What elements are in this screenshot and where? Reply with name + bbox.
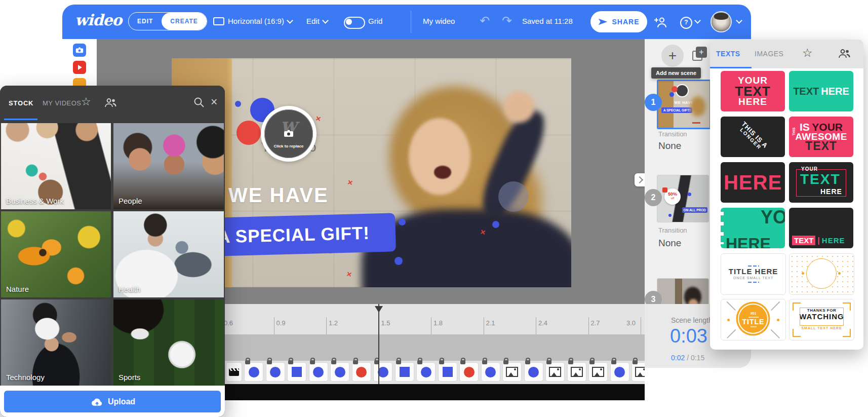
scene-thumbnail-1[interactable]: WE HAVE A SPECIAL GIFT!: [657, 80, 711, 129]
timeline-element-red[interactable]: [460, 363, 478, 381]
logo-placeholder[interactable]: w Click to replace: [261, 106, 317, 162]
timeline-element-circle[interactable]: [309, 363, 328, 381]
tab-texts[interactable]: TEXTS: [716, 50, 740, 58]
lock-icon[interactable]: [417, 360, 422, 364]
upload-button[interactable]: Upload: [4, 391, 221, 412]
lock-icon[interactable]: [568, 360, 573, 364]
text-template-tile[interactable]: YOUR TEXT HERE: [789, 162, 853, 203]
tab-stock[interactable]: STOCK: [9, 99, 33, 107]
project-title[interactable]: My wideo: [423, 17, 455, 25]
grid-toggle[interactable]: [344, 17, 365, 29]
shared-people-icon[interactable]: [838, 49, 851, 59]
lock-icon[interactable]: [482, 360, 487, 364]
timeline-element-circle[interactable]: [482, 363, 500, 381]
stock-category-business[interactable]: Business & Work: [1, 123, 111, 209]
timeline-element-circle[interactable]: [331, 363, 349, 381]
lock-icon[interactable]: [245, 360, 250, 364]
close-icon[interactable]: ×: [211, 95, 217, 109]
avatar[interactable]: [712, 12, 731, 31]
timeline-element-circle[interactable]: [525, 363, 543, 381]
text-template-tile[interactable]: THIS IS YOUR AWESOME TEXT: [789, 117, 853, 157]
text-template-tile[interactable]: TEXT HERE: [789, 71, 853, 111]
stock-category-nature[interactable]: Nature: [1, 211, 111, 297]
scene-1-badge[interactable]: 1: [645, 94, 662, 111]
add-person-icon[interactable]: [654, 17, 668, 28]
timeline-element-red[interactable]: [352, 363, 371, 381]
stock-category-people[interactable]: People: [113, 123, 224, 209]
canvas-headline-text[interactable]: WE HAVE: [228, 184, 329, 207]
tab-images[interactable]: IMAGES: [755, 50, 783, 58]
favorites-star-icon[interactable]: ☆: [81, 95, 91, 108]
text-template-tile[interactable]: HERE: [721, 162, 785, 203]
lock-icon[interactable]: [288, 360, 293, 364]
lock-icon[interactable]: [503, 360, 508, 364]
timeline-element-circle[interactable]: [417, 363, 435, 381]
video-library-icon[interactable]: [73, 61, 86, 74]
timeline-element-image[interactable]: [632, 363, 645, 381]
timeline-element-circle[interactable]: [245, 363, 263, 381]
app-logo[interactable]: wideo: [75, 11, 122, 29]
camera-icon[interactable]: [73, 44, 86, 57]
text-template-tile[interactable]: #01 TITLE: [721, 299, 786, 340]
blue-dot-decoration[interactable]: [394, 257, 403, 265]
chevron-down-icon[interactable]: [694, 17, 701, 24]
timeline-element-circle[interactable]: [374, 363, 392, 381]
lock-icon[interactable]: [439, 360, 444, 364]
lock-icon[interactable]: [546, 360, 551, 364]
share-button[interactable]: SHARE: [590, 11, 647, 32]
timeline-element-image[interactable]: [546, 363, 564, 381]
tab-my-videos[interactable]: MY VIDEOS: [43, 99, 82, 107]
blue-dot-decoration[interactable]: [492, 221, 499, 228]
blue-dot-decoration[interactable]: [235, 101, 241, 107]
redo-icon[interactable]: ↷: [502, 15, 512, 27]
text-template-tile[interactable]: THANKS FOR WATCHING SMALL TEXT HERE: [789, 299, 854, 340]
collapse-panel-button[interactable]: [635, 173, 645, 186]
text-template-tile[interactable]: TITLE HERE ONCE SMALL TEXT: [721, 253, 786, 295]
lock-icon[interactable]: [267, 360, 272, 364]
aspect-ratio-dropdown[interactable]: Horizontal (16:9): [213, 17, 292, 25]
lock-icon[interactable]: [331, 360, 336, 364]
scene-2-badge[interactable]: 2: [645, 189, 662, 206]
lock-icon[interactable]: [633, 360, 638, 364]
timeline-element-image[interactable]: [503, 363, 521, 381]
text-template-tile[interactable]: THIS IS A LONGER: [721, 117, 785, 157]
red-circle-decoration[interactable]: [236, 121, 261, 145]
scene-thumbnail-2[interactable]: 50% off ON ALL PROD: [657, 175, 709, 222]
timeline-element-square[interactable]: [439, 363, 457, 381]
canvas-banner-text[interactable]: A SPECIAL GIFT!: [214, 213, 396, 256]
undo-icon[interactable]: ↶: [480, 15, 490, 27]
favorites-star-icon[interactable]: ☆: [802, 46, 813, 60]
shared-people-icon[interactable]: [104, 98, 117, 108]
transition-value[interactable]: None: [658, 140, 681, 151]
timeline-element-square[interactable]: [288, 363, 306, 381]
timeline-element-circle[interactable]: [611, 363, 629, 381]
timeline-element-clapper[interactable]: [226, 363, 242, 381]
edit-menu[interactable]: Edit: [306, 17, 328, 25]
duplicate-scene-button[interactable]: +: [692, 47, 707, 62]
search-icon[interactable]: [193, 97, 205, 108]
playhead-handle[interactable]: [375, 306, 383, 313]
transition-value[interactable]: None: [658, 238, 681, 249]
stock-category-sports[interactable]: Sports: [113, 299, 224, 386]
slate-circle-decoration[interactable]: [498, 181, 529, 212]
text-template-tile[interactable]: YOUR TEXT HERE: [721, 71, 785, 111]
text-template-tile[interactable]: YO HERE: [721, 208, 785, 248]
blue-dot-decoration[interactable]: [399, 218, 406, 225]
text-template-tile[interactable]: TEXT | HERE: [789, 208, 853, 248]
lock-icon[interactable]: [589, 360, 595, 364]
create-mode-button[interactable]: CREATE: [162, 13, 206, 30]
lock-icon[interactable]: [460, 360, 465, 364]
stock-category-health[interactable]: Health: [113, 211, 224, 297]
lock-icon[interactable]: [611, 360, 616, 364]
add-scene-button[interactable]: +: [661, 45, 684, 67]
stock-category-technology[interactable]: Technology: [1, 299, 111, 386]
edit-mode-button[interactable]: EDIT: [129, 13, 162, 30]
lock-icon[interactable]: [525, 360, 530, 364]
text-template-tile[interactable]: TITLE HERE: [789, 253, 854, 295]
chevron-down-icon[interactable]: [736, 17, 742, 24]
timeline-element-image[interactable]: [589, 363, 607, 381]
lock-icon[interactable]: [396, 360, 401, 364]
video-frame[interactable]: Your logo ✕ ✕ ✕ ✕ w Click to replace: [172, 58, 571, 287]
timeline-element-circle[interactable]: [266, 363, 285, 381]
lock-icon[interactable]: [353, 360, 358, 364]
